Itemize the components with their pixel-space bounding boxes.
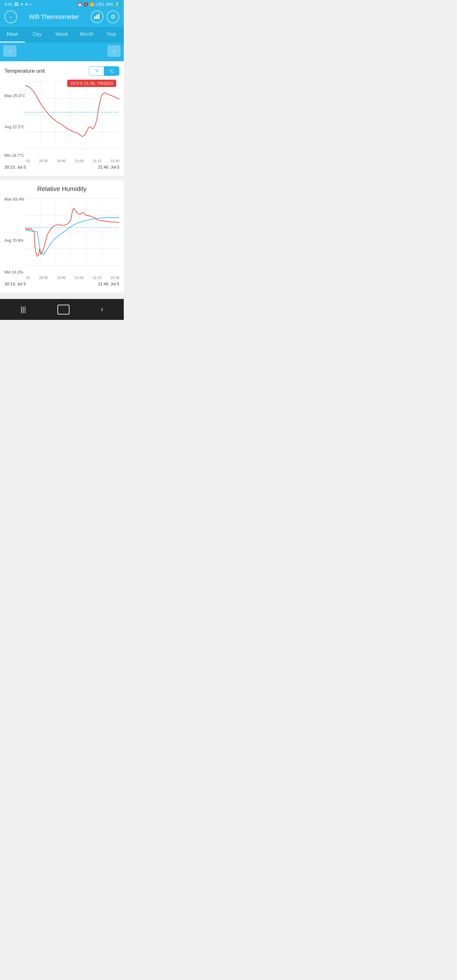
temp-max-label: Max 25.0°C — [5, 94, 25, 98]
nav-back[interactable]: ‹ — [91, 304, 113, 315]
back-button[interactable]: ‹ — [5, 11, 17, 23]
chart-icon — [94, 13, 100, 21]
unit-label: Temperature unit — [5, 68, 45, 74]
nav-tabs: Hour Day Week Month Year — [0, 27, 124, 43]
settings-button[interactable]: ⚙ — [107, 11, 119, 23]
humidity-x-labels: :15 20:30 20:45 21:00 21:15 21:30 — [25, 276, 119, 280]
status-left: 9:41 🖼 ⊕ ⊞ ● — [5, 2, 32, 7]
app-header: ‹ Wifi Thermometer ⚙ — [0, 8, 124, 27]
bottom-divider — [0, 293, 124, 299]
header-icons: ⚙ — [91, 11, 119, 23]
alarm-icon: ⏰ — [78, 2, 82, 7]
back-icon: ‹ — [10, 14, 12, 20]
signal-label: LTE1 — [96, 2, 104, 7]
tab-month[interactable]: Month — [74, 27, 99, 43]
tab-day[interactable]: Day — [25, 27, 49, 43]
temperature-chart-section: 23.5°C 21:39, 7/5/2023 — [5, 80, 119, 169]
temp-tooltip: 23.5°C 21:39, 7/5/2023 — [67, 80, 116, 87]
tab-week[interactable]: Week — [49, 27, 74, 43]
nav-recent-apps[interactable]: ||| — [11, 304, 35, 315]
photo-icon: 🖼 — [14, 2, 18, 7]
temperature-chart-svg — [25, 80, 119, 150]
status-bar: 9:41 🖼 ⊕ ⊞ ● ⏰ 🔇 📶 LTE1 30% 🔋 — [0, 0, 124, 8]
fahrenheit-button[interactable]: °F — [89, 67, 104, 76]
dot-icon: ● — [30, 3, 32, 6]
page-title: Wifi Thermometer — [29, 13, 80, 21]
temp-date-end: 21:40, Jul 5 — [98, 165, 119, 169]
temp-x-labels: :15 20:30 20:45 21:00 21:15 21:30 — [25, 159, 119, 163]
time-display: 9:41 — [5, 2, 13, 7]
bottom-nav: ||| ‹ — [0, 299, 124, 320]
humidity-date-end: 21:40, Jul 5 — [98, 282, 119, 286]
humidity-min-label: Min 53.2% — [5, 270, 23, 275]
mute-icon: 🔇 — [83, 2, 88, 7]
unit-toggle: °F °C — [89, 66, 119, 76]
battery-label: 30% — [106, 2, 113, 7]
humidity-avg-label: Avg 70.8% — [5, 238, 24, 243]
humidity-date-range: 20:13, Jul 5 21:40, Jul 5 — [5, 282, 119, 286]
humidity-chart-section: Max 83.4% Avg 70.8% Min 53.2% :15 20:30 … — [5, 197, 119, 286]
section-divider — [0, 176, 124, 180]
chart-button[interactable] — [91, 11, 104, 23]
battery-icon: 🔋 — [115, 2, 119, 7]
unit-toggle-row: Temperature unit °F °C — [5, 66, 119, 76]
gear-icon: ⚙ — [110, 13, 116, 20]
humidity-chart-svg — [25, 197, 119, 267]
pinterest-icon: ⊕ — [20, 2, 23, 6]
nav-home[interactable] — [57, 305, 70, 315]
svg-rect-1 — [96, 15, 97, 19]
svg-rect-2 — [98, 14, 99, 19]
grid-icon: ⊞ — [25, 2, 28, 6]
temp-date-range: 20:13, Jul 5 21:40, Jul 5 — [5, 165, 119, 169]
humidity-section: Relative Humidity — [0, 180, 124, 293]
prev-button[interactable]: ‹ — [3, 45, 16, 57]
celsius-button[interactable]: °C — [104, 67, 119, 76]
status-right: ⏰ 🔇 📶 LTE1 30% 🔋 — [78, 2, 119, 7]
humidity-max-label: Max 83.4% — [5, 197, 24, 202]
next-button[interactable]: › — [107, 45, 121, 57]
temp-avg-label: Avg 22.2°C — [5, 125, 24, 129]
svg-rect-0 — [94, 16, 96, 19]
temperature-section: Temperature unit °F °C 23.5°C 21:39, 7/5… — [0, 61, 124, 176]
temp-date-start: 20:13, Jul 5 — [5, 165, 26, 169]
humidity-date-start: 20:13, Jul 5 — [5, 282, 26, 286]
wifi-icon: 📶 — [89, 2, 94, 7]
nav-arrows: ‹ › — [0, 43, 124, 61]
humidity-title: Relative Humidity — [5, 185, 119, 192]
tab-year[interactable]: Year — [99, 27, 124, 43]
temp-min-label: Min 18.7°C — [5, 153, 24, 158]
tab-hour[interactable]: Hour — [0, 27, 25, 43]
